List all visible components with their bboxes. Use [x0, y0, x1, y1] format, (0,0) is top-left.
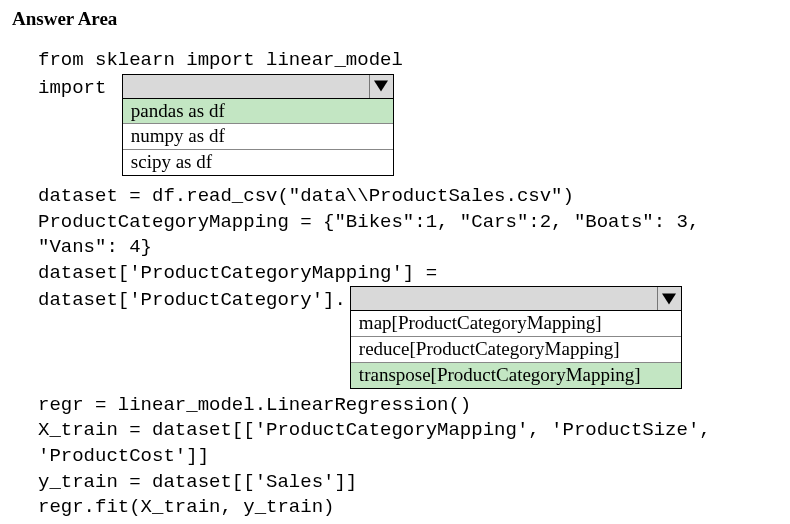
- dropdown-option[interactable]: reduce[ProductCategoryMapping]: [351, 337, 681, 363]
- line-import-with-dropdown: import pandas as df numpy as df scipy as…: [38, 74, 778, 176]
- code-line: 'ProductCost']]: [38, 444, 778, 470]
- dropdown-header[interactable]: [350, 286, 682, 311]
- code-line: regr = linear_model.LinearRegression(): [38, 393, 778, 419]
- dropdown-option[interactable]: map[ProductCategoryMapping]: [351, 311, 681, 337]
- code-line: X_train = dataset[['ProductCategoryMappi…: [38, 418, 778, 444]
- code-line: dataset['ProductCategoryMapping'] =: [38, 261, 778, 287]
- code-line: "Vans": 4}: [38, 235, 778, 261]
- dropdown-option[interactable]: numpy as df: [123, 124, 393, 150]
- dropdown-option[interactable]: transpose[ProductCategoryMapping]: [351, 363, 681, 388]
- dropdown-option[interactable]: pandas as df: [123, 99, 393, 125]
- dropdown-list: map[ProductCategoryMapping] reduce[Produ…: [350, 311, 682, 388]
- dropdown-mapping-method[interactable]: map[ProductCategoryMapping] reduce[Produ…: [350, 286, 682, 388]
- code-text-dataset-method: dataset['ProductCategory'].: [38, 286, 346, 314]
- line-method-with-dropdown: dataset['ProductCategory']. map[ProductC…: [38, 286, 778, 388]
- code-line: ProductCategoryMapping = {"Bikes":1, "Ca…: [38, 210, 778, 236]
- svg-marker-0: [374, 81, 388, 92]
- code-line: y_train = dataset[['Sales']]: [38, 470, 778, 496]
- chevron-down-icon[interactable]: [369, 75, 393, 98]
- code-line: from sklearn import linear_model: [38, 48, 778, 74]
- dropdown-option[interactable]: scipy as df: [123, 150, 393, 175]
- page-title: Answer Area: [12, 8, 778, 30]
- code-line: dataset = df.read_csv("data\\ProductSale…: [38, 184, 778, 210]
- dropdown-import-library[interactable]: pandas as df numpy as df scipy as df: [122, 74, 394, 176]
- dropdown-list: pandas as df numpy as df scipy as df: [122, 99, 394, 176]
- code-text-import: import: [38, 74, 118, 102]
- code-block: from sklearn import linear_model import …: [12, 48, 778, 521]
- code-line: regr.fit(X_train, y_train): [38, 495, 778, 521]
- svg-marker-1: [662, 293, 676, 304]
- dropdown-header[interactable]: [122, 74, 394, 99]
- chevron-down-icon[interactable]: [657, 287, 681, 310]
